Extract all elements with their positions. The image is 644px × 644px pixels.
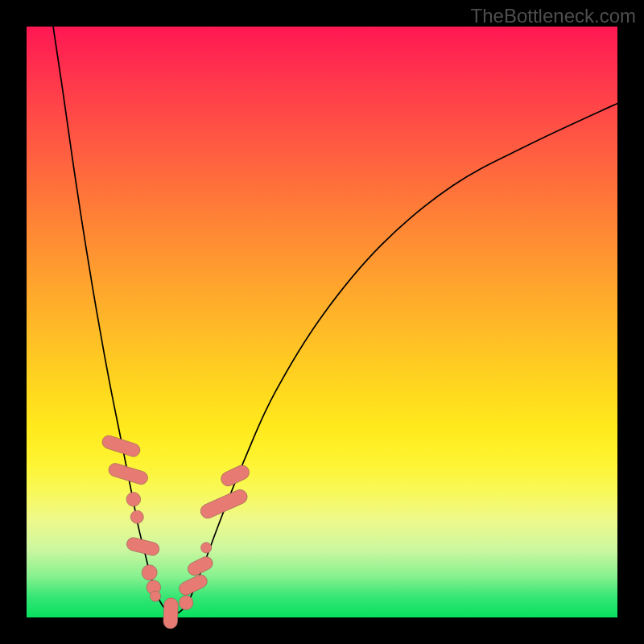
chart-marker [126, 536, 161, 557]
chart-marker [150, 591, 160, 601]
bottleneck-curve [53, 27, 617, 614]
chart-marker [126, 492, 141, 506]
chart-frame: TheBottleneck.com [0, 0, 644, 644]
chart-marker [201, 543, 212, 553]
chart-svg [27, 27, 617, 617]
chart-marker [177, 572, 209, 597]
chart-marker [107, 462, 149, 486]
chart-marker [130, 510, 143, 523]
plot-area [27, 27, 617, 617]
chart-markers [101, 434, 252, 629]
chart-marker [163, 597, 179, 629]
chart-marker [179, 596, 193, 610]
chart-marker [142, 565, 157, 580]
watermark-text: TheBottleneck.com [471, 5, 636, 27]
chart-marker [198, 487, 249, 520]
chart-marker [219, 463, 252, 488]
